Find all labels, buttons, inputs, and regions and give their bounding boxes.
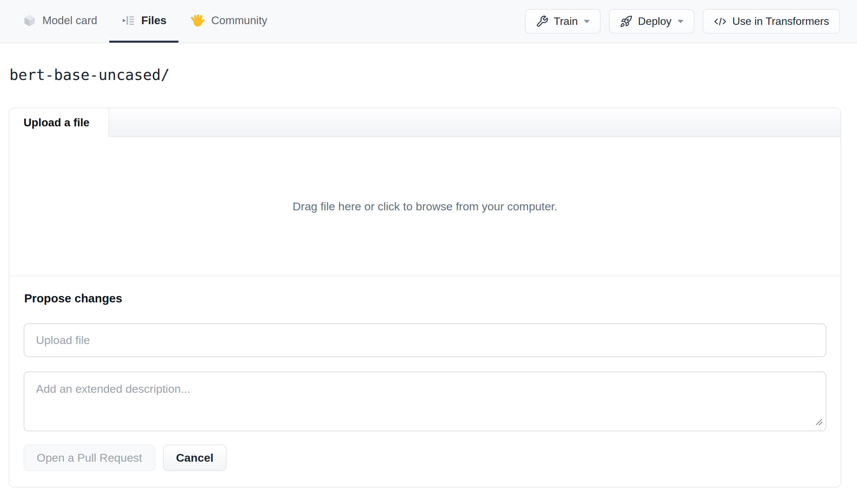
train-button[interactable]: Train: [525, 9, 601, 34]
chevron-down-icon: [677, 20, 684, 23]
chevron-down-icon: [584, 20, 590, 23]
breadcrumb[interactable]: bert-base-uncased/: [10, 66, 841, 83]
tab-model-card[interactable]: Model card: [11, 0, 109, 43]
tabstrip-filler: [109, 108, 841, 137]
upload-file-input[interactable]: [23, 323, 826, 357]
tab-files[interactable]: Files: [109, 0, 179, 43]
upload-panel: Upload a file Drag file here or click to…: [9, 107, 841, 488]
propose-changes-section: Propose changes Open a Pull Request Canc…: [10, 275, 841, 487]
dropzone-hint-text: Drag file here or click to browse from y…: [293, 200, 557, 213]
repo-nav: Model card Files: [0, 0, 857, 43]
open-pull-request-button[interactable]: Open a Pull Request: [23, 444, 155, 471]
repo-actions: Train Deploy: [525, 0, 840, 43]
wrench-icon: [536, 15, 549, 28]
upload-panel-tabstrip: Upload a file: [10, 108, 841, 137]
extended-description-textarea[interactable]: [23, 371, 826, 432]
description-field-wrapper: [23, 371, 826, 432]
tab-community-label: Community: [211, 14, 267, 27]
repo-tabs: Model card Files: [11, 0, 279, 43]
deploy-button[interactable]: Deploy: [609, 9, 694, 34]
tab-model-card-label: Model card: [43, 14, 97, 27]
file-dropzone[interactable]: Drag file here or click to browse from y…: [10, 137, 841, 275]
main-content: bert-base-uncased/ Upload a file Drag fi…: [0, 66, 857, 488]
use-in-transformers-label: Use in Transformers: [732, 15, 829, 28]
code-icon: [713, 15, 727, 28]
cube-icon: [22, 14, 37, 28]
cancel-button[interactable]: Cancel: [163, 444, 227, 471]
tab-community[interactable]: Community: [179, 0, 279, 43]
propose-actions-row: Open a Pull Request Cancel: [23, 444, 826, 471]
tab-upload-a-file-label: Upload a file: [23, 116, 89, 129]
use-in-transformers-button[interactable]: Use in Transformers: [703, 9, 840, 34]
deploy-button-label: Deploy: [638, 15, 671, 28]
waving-hand-icon: [190, 13, 205, 28]
tab-files-label: Files: [141, 14, 166, 27]
rocket-icon: [620, 15, 633, 28]
train-button-label: Train: [554, 15, 578, 28]
tab-upload-a-file[interactable]: Upload a file: [10, 108, 109, 137]
files-list-icon: [121, 14, 135, 28]
propose-changes-heading: Propose changes: [24, 292, 826, 305]
